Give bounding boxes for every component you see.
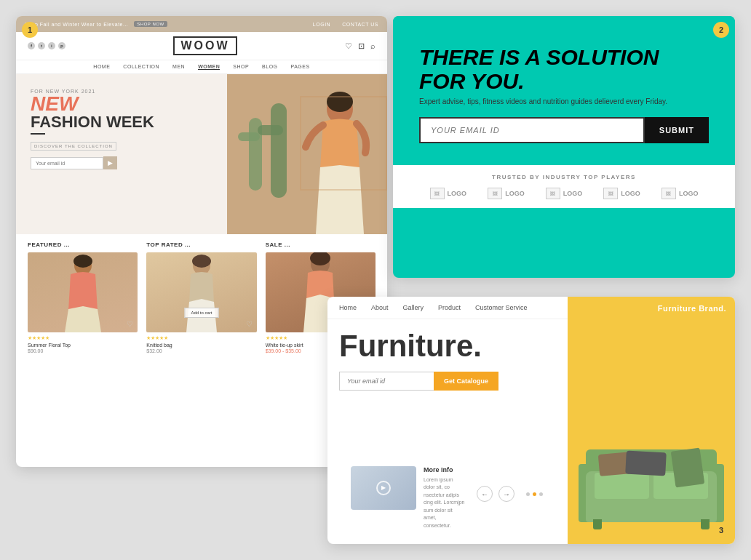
svg-point-8 — [73, 255, 92, 268]
wishlist-icon[interactable]: ♡ — [345, 41, 352, 51]
topbar-text: Shop Fall and Winter Wear to Elevate... — [25, 22, 128, 27]
hero-email-input[interactable] — [31, 157, 103, 169]
nav-men[interactable]: MEN — [172, 64, 185, 70]
c3-nav-about[interactable]: About — [371, 304, 389, 311]
c3-more-info-title: More Info — [424, 466, 465, 473]
hero-discover[interactable]: DISCOVER THE COLLECTION — [31, 142, 116, 151]
card3-form: Get Catalogue — [339, 372, 556, 391]
logo-label-3: LOGO — [563, 190, 583, 197]
hero-email-row: ▶ — [31, 156, 154, 169]
products-row: FEATURED ... ♡ ★★★★★ S — [28, 241, 376, 353]
logo-item-5: 🖼 LOGO — [661, 188, 699, 199]
logo-icon-2: 🖼 — [488, 188, 502, 199]
hero-title1: NEW — [31, 94, 154, 114]
top-rated-wishlist-icon[interactable]: ♡ — [246, 320, 253, 328]
nav-home[interactable]: HOME — [93, 64, 110, 70]
c3-next-btn[interactable]: → — [498, 486, 514, 502]
c3-prev-btn[interactable]: ← — [477, 486, 493, 502]
c3-catalogue-btn[interactable]: Get Catalogue — [434, 372, 498, 391]
topbar-shop-btn[interactable]: SHOP NOW — [134, 21, 167, 27]
featured-label: FEATURED ... — [28, 241, 138, 248]
facebook-icon[interactable]: f — [28, 42, 35, 49]
c3-dot-2 — [533, 492, 536, 496]
card1-topbar: Shop Fall and Winter Wear to Elevate... … — [16, 16, 387, 32]
card1-nav: HOME COLLECTION MEN WOMEN SHOP BLOG PAGE… — [16, 60, 387, 74]
card2-submit-btn[interactable]: SUBMIT — [645, 117, 709, 143]
hero-text-block: For New York 2021 NEW FASHION WEEK DISCO… — [31, 89, 154, 169]
nav-women[interactable]: WOMEN — [198, 64, 220, 70]
card2-logos-row: 🖼 LOGO 🖼 LOGO 🖼 LOGO 🖼 LOGO 🖼 LOG — [419, 188, 709, 199]
card2-top-section: THERE IS A SOLUTION FOR YOU. Expert advi… — [393, 16, 735, 165]
twitter-icon[interactable]: t — [38, 42, 45, 49]
card3-furniture: 3 Home About Gallery Product Customer Se… — [327, 297, 735, 544]
hero-image — [227, 74, 387, 234]
c3-dot-1 — [526, 492, 530, 496]
card3-content: Furniture. Get Catalogue — [327, 319, 568, 459]
c3-nav-product[interactable]: Product — [438, 304, 461, 311]
card3-main-layout: Home About Gallery Product Customer Serv… — [327, 297, 735, 544]
c3-nav-customer[interactable]: Customer Service — [475, 304, 528, 311]
topbar-login[interactable]: LOGIN — [313, 22, 330, 27]
logo-item-2: 🖼 LOGO — [488, 188, 525, 199]
card2-badge: 2 — [713, 22, 729, 38]
c3-more-info: More Info Lorem ipsum dolor sit, co nsec… — [424, 466, 465, 530]
topbar-contact[interactable]: CONTACT US — [342, 22, 378, 27]
logo-icon-3: 🖼 — [546, 188, 560, 199]
card2-subtext: Expert advise, tips, fitness videos and … — [419, 97, 709, 105]
sofa-leg-right — [701, 519, 710, 529]
c3-video-thumbnail[interactable]: ▶ — [351, 466, 416, 510]
c3-brand-title: Furniture Brand. — [658, 304, 726, 313]
sofa-throw — [671, 447, 705, 487]
card2-newsletter: 2 THERE IS A SOLUTION FOR YOU. Expert ad… — [393, 16, 735, 278]
top-rated-product-person — [146, 252, 256, 332]
hero-subscribe-btn[interactable]: ▶ — [103, 156, 117, 169]
logo-label-1: LOGO — [448, 190, 467, 197]
c3-nav-gallery[interactable]: Gallery — [403, 304, 424, 311]
card3-right-panel: Furniture Brand. — [568, 297, 735, 544]
pinterest-icon[interactable]: p — [58, 42, 65, 49]
search-icon[interactable]: ⌕ — [370, 41, 376, 51]
top-rated-product-name: Knitted bag — [146, 343, 256, 348]
top-rated-overlay[interactable]: Add to cart — [184, 308, 218, 318]
logo-item-4: 🖼 LOGO — [603, 188, 640, 199]
top-rated-product-price: $32.00 — [146, 348, 256, 353]
header-icons: ♡ ⊡ ⌕ — [345, 41, 376, 51]
logo-label-2: LOGO — [505, 190, 525, 197]
nav-pages[interactable]: PAGES — [291, 64, 310, 70]
nav-collection[interactable]: COLLECTION — [123, 64, 159, 70]
instagram-icon[interactable]: i — [48, 42, 55, 49]
card2-bottom-section: TRUSTED BY INDUSTRY TOP PLAYERS 🖼 LOGO 🖼… — [393, 165, 735, 208]
top-rated-stars: ★★★★★ — [146, 335, 256, 341]
card2-trusted-label: TRUSTED BY INDUSTRY TOP PLAYERS — [419, 174, 709, 180]
logo[interactable]: WOOW — [173, 36, 237, 55]
card1-header: f t i p WOOW ♡ ⊡ ⌕ — [16, 32, 387, 60]
svg-rect-4 — [258, 125, 283, 135]
logo-icon-5: 🖼 — [661, 188, 676, 199]
card3-bottom-row: ▶ More Info Lorem ipsum dolor sit, co ns… — [327, 459, 568, 545]
sofa-leg-left — [593, 519, 602, 529]
sofa-pillow2 — [625, 451, 667, 476]
card3-left-panel: Home About Gallery Product Customer Serv… — [327, 297, 568, 544]
c3-email-input[interactable] — [339, 372, 434, 391]
featured-wishlist-icon[interactable]: ♡ — [127, 320, 133, 328]
nav-shop[interactable]: SHOP — [233, 64, 249, 70]
nav-blog[interactable]: BLOG — [262, 64, 277, 70]
top-rated-label: TOP RATED ... — [146, 241, 256, 248]
c3-nav-home[interactable]: Home — [339, 304, 357, 311]
card1-hero: For New York 2021 NEW FASHION WEEK DISCO… — [16, 74, 387, 234]
card2-email-input[interactable] — [419, 117, 645, 143]
social-icons: f t i p — [28, 42, 65, 49]
sale-label: SALE ... — [266, 241, 376, 248]
cart-icon[interactable]: ⊡ — [358, 41, 365, 51]
card3-nav: Home About Gallery Product Customer Serv… — [327, 297, 568, 319]
hero-divider — [31, 133, 45, 135]
hero-title2: FASHION WEEK — [31, 114, 154, 130]
top-rated-product-img: Add to cart ♡ — [146, 252, 256, 332]
featured-product-img: ♡ — [28, 252, 138, 332]
logo-label-5: LOGO — [679, 190, 699, 197]
c3-play-btn[interactable]: ▶ — [376, 481, 391, 495]
card1-badge: 1 — [22, 22, 38, 38]
svg-rect-3 — [271, 103, 287, 198]
featured-stars: ★★★★★ — [28, 335, 138, 341]
card2-headline: THERE IS A SOLUTION FOR YOU. — [419, 45, 709, 93]
